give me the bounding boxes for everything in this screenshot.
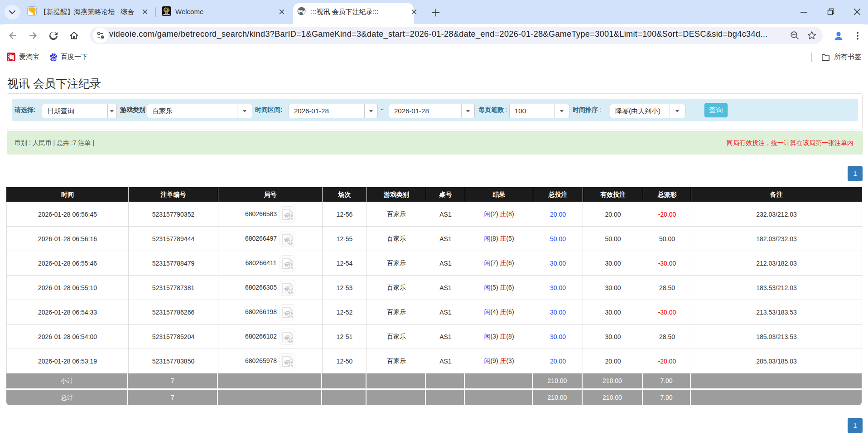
svg-text:淘: 淘: [8, 53, 14, 61]
svg-text:du: du: [52, 57, 56, 61]
